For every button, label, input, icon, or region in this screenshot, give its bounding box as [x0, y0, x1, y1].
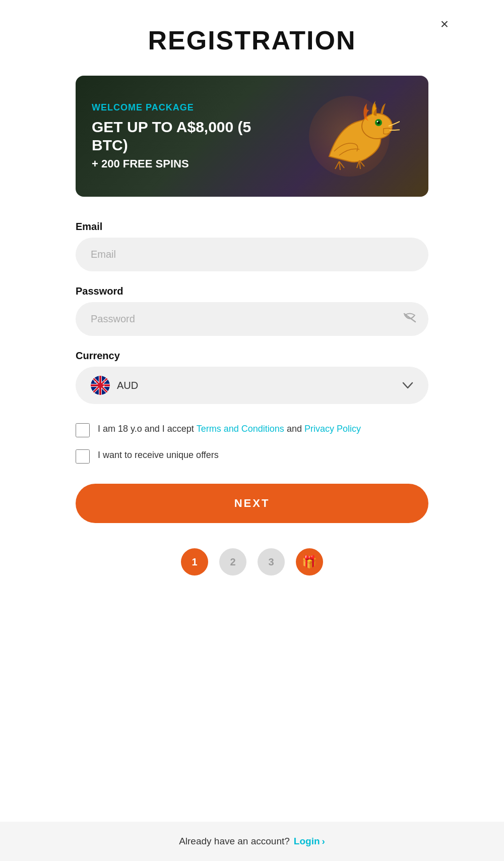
close-button[interactable]: ×	[435, 15, 454, 33]
footer-bar: Already have an account? Login ›	[0, 822, 504, 861]
currency-section: Currency ★ ★ ★	[76, 350, 428, 404]
step-1[interactable]: 1	[181, 548, 208, 576]
currency-value: AUD	[117, 380, 402, 391]
gift-icon: 🎁	[302, 555, 317, 569]
password-wrapper	[76, 302, 428, 336]
svg-text:★: ★	[94, 380, 96, 383]
offers-text: I want to receive unique offers	[98, 448, 219, 462]
password-input[interactable]	[76, 302, 428, 336]
banner-tag: WELCOME PACKAGE	[92, 102, 271, 113]
banner-subline: + 200 FREE SPINS	[92, 157, 271, 170]
next-button[interactable]: NEXT	[76, 484, 428, 523]
toggle-password-icon[interactable]	[403, 313, 416, 326]
email-input[interactable]	[76, 238, 428, 271]
email-section: Email	[76, 221, 428, 271]
email-label: Email	[76, 221, 428, 233]
banner-dragon-image	[270, 76, 428, 197]
currency-flag: ★ ★ ★	[91, 376, 110, 395]
terms-conditions-link[interactable]: Terms and Conditions	[197, 424, 284, 434]
login-link[interactable]: Login ›	[294, 836, 325, 847]
terms-checkbox[interactable]	[76, 423, 90, 437]
svg-text:★: ★	[104, 380, 106, 382]
svg-point-5	[376, 121, 378, 123]
steps-indicator: 1 2 3 🎁	[76, 548, 428, 576]
currency-label: Currency	[76, 350, 428, 362]
offers-checkbox-row: I want to receive unique offers	[76, 448, 428, 464]
registration-modal: × REGISTRATION WELCOME PACKAGE GET UP TO…	[35, 0, 469, 822]
password-label: Password	[76, 285, 428, 297]
step-3[interactable]: 3	[258, 548, 285, 576]
offers-checkbox[interactable]	[76, 449, 90, 464]
chevron-down-icon	[402, 379, 413, 392]
step-2[interactable]: 2	[219, 548, 246, 576]
step-gift[interactable]: 🎁	[296, 548, 323, 576]
terms-text: I am 18 y.o and I accept Terms and Condi…	[98, 422, 361, 436]
checkboxes-section: I am 18 y.o and I accept Terms and Condi…	[76, 422, 428, 464]
currency-dropdown[interactable]: ★ ★ ★ AUD	[76, 367, 428, 404]
banner-headline: GET UP TO A$8,000 (5 BTC)	[92, 118, 271, 154]
footer-text: Already have an account?	[179, 836, 290, 847]
terms-checkbox-row: I am 18 y.o and I accept Terms and Condi…	[76, 422, 428, 437]
privacy-policy-link[interactable]: Privacy Policy	[304, 424, 361, 434]
dragon-icon	[299, 86, 400, 187]
page-title: REGISTRATION	[76, 25, 428, 55]
password-section: Password	[76, 285, 428, 336]
welcome-banner: WELCOME PACKAGE GET UP TO A$8,000 (5 BTC…	[76, 76, 428, 197]
